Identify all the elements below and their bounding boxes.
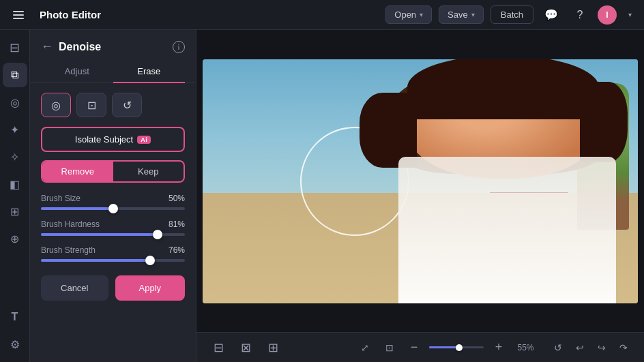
stack-button[interactable]: ⊟ <box>207 337 229 359</box>
export-icon: ⊕ <box>10 232 19 245</box>
sidebar-item-text[interactable]: T <box>3 305 27 329</box>
undo-redo-section: ↺ ↩ ↪ ↷ <box>548 338 633 357</box>
panel-title: Denoise <box>59 41 167 53</box>
panel-info-button[interactable]: i <box>173 41 185 53</box>
zoom-slider[interactable] <box>429 346 484 348</box>
user-chevron-icon: ▾ <box>628 11 632 18</box>
open-chevron-icon: ▾ <box>420 11 423 18</box>
brush-hardness-label: Brush Hardness <box>41 220 100 229</box>
zoom-value: 55% <box>514 343 538 352</box>
stack-icon: ⊟ <box>214 340 224 355</box>
eye-icon: ◎ <box>10 96 20 109</box>
sidebar-item-grid[interactable]: ⊞ <box>3 199 27 224</box>
redo-icon: ↪ <box>598 342 606 353</box>
batch-label: Batch <box>501 10 523 20</box>
circle-tool-icon: ◎ <box>51 99 61 112</box>
chat-icon: 💬 <box>544 8 558 21</box>
expand-button[interactable]: ⤢ <box>355 338 375 357</box>
redo2-icon: ↷ <box>619 342 628 353</box>
save-button[interactable]: Save ▾ <box>439 5 484 24</box>
menu-button[interactable] <box>8 4 33 26</box>
brush-strength-value: 76% <box>169 245 185 255</box>
refresh-icon: ↺ <box>554 342 562 353</box>
square-tool-icon: ⊡ <box>87 99 96 112</box>
ai-badge: Ai <box>137 136 151 144</box>
canvas-content <box>196 30 644 332</box>
settings-icon: ⚙ <box>10 338 20 351</box>
tool-icons-row: ◎ ⊡ ↺ <box>30 83 196 127</box>
zoom-out-button[interactable]: − <box>405 338 424 357</box>
tools-panel: ← Denoise i Adjust Erase ◎ ⊡ ↺ Isolate S… <box>30 30 196 362</box>
crop-button[interactable]: ⊠ <box>235 337 257 359</box>
text-icon: T <box>12 311 18 323</box>
brush-icon: ✦ <box>10 123 19 136</box>
layers-icon: ◧ <box>10 178 20 191</box>
brush-hardness-slider-row: Brush Hardness 81% <box>41 220 185 236</box>
brush-hardness-value: 81% <box>169 220 185 229</box>
brush-size-label: Brush Size <box>41 194 80 203</box>
remove-keep-toggle: Remove Keep <box>41 160 185 183</box>
resize-icon: ⊡ <box>385 342 394 353</box>
isolate-subject-button[interactable]: Isolate Subject Ai <box>41 127 185 152</box>
app-title: Photo Editor <box>40 9 101 20</box>
brush-size-value: 50% <box>169 194 185 203</box>
sidebar-item-layers[interactable]: ◧ <box>3 172 27 196</box>
chat-button[interactable]: 💬 <box>540 4 562 26</box>
magic-icon: ✧ <box>10 151 19 164</box>
sliders-icon: ⧉ <box>11 69 18 81</box>
redo2-button[interactable]: ↷ <box>614 338 633 357</box>
zoom-out-icon: − <box>411 340 418 355</box>
sidebar-item-settings[interactable]: ⚙ <box>3 332 27 357</box>
apply-button[interactable]: Apply <box>115 275 186 301</box>
brush-strength-label: Brush Strength <box>41 245 96 255</box>
remove-button[interactable]: Remove <box>42 162 113 181</box>
open-button[interactable]: Open ▾ <box>385 5 432 24</box>
avatar[interactable]: I <box>598 5 617 25</box>
bottom-bar: ⊟ ⊠ ⊞ ⤢ ⊡ − + 55 <box>196 332 644 362</box>
expand-icon: ⤢ <box>361 342 369 353</box>
back-arrow-icon: ← <box>41 40 53 54</box>
reset-tool-icon: ↺ <box>123 99 132 112</box>
sidebar-item-brush[interactable]: ✦ <box>3 117 27 142</box>
sidebar-item-home[interactable]: ⊟ <box>3 35 27 60</box>
isolate-label: Isolate Subject <box>75 134 133 145</box>
redo-button[interactable]: ↪ <box>592 338 611 357</box>
sidebar-item-magic[interactable]: ✧ <box>3 145 27 169</box>
main-area: ⊟ ⧉ ◎ ✦ ✧ ◧ ⊞ ⊕ T ⚙ <box>0 30 644 362</box>
crop-icon: ⊠ <box>241 340 251 355</box>
zoom-in-button[interactable]: + <box>489 338 508 357</box>
help-button[interactable]: ? <box>569 4 591 26</box>
panel-header: ← Denoise i <box>30 30 196 61</box>
panel-back-button[interactable]: ← <box>41 40 53 54</box>
info-icon: i <box>173 41 185 53</box>
topbar: Photo Editor Open ▾ Save ▾ Batch 💬 ? I ▾ <box>0 0 644 30</box>
grid-icon: ⊞ <box>10 205 19 218</box>
square-tool-button[interactable]: ⊡ <box>76 93 106 117</box>
circle-tool-button[interactable]: ◎ <box>41 93 71 117</box>
brush-size-slider-row: Brush Size 50% <box>41 194 185 210</box>
batch-button[interactable]: Batch <box>491 5 533 24</box>
grid-button[interactable]: ⊞ <box>262 337 284 359</box>
tab-erase[interactable]: Erase <box>113 61 186 83</box>
sliders-section: Brush Size 50% Brush Hardness 81% <box>30 194 196 262</box>
reset-tool-button[interactable]: ↺ <box>112 93 142 117</box>
cancel-button[interactable]: Cancel <box>41 275 108 301</box>
sidebar-item-adjustments[interactable]: ⧉ <box>3 63 27 87</box>
save-label: Save <box>448 10 468 20</box>
tab-adjust[interactable]: Adjust <box>41 61 113 83</box>
sidebar-item-view[interactable]: ◎ <box>3 90 27 115</box>
grid2-icon: ⊞ <box>268 340 278 355</box>
canvas-area: ⊟ ⊠ ⊞ ⤢ ⊡ − + 55 <box>196 30 644 362</box>
hamburger-icon <box>13 11 24 19</box>
brush-strength-slider-row: Brush Strength 76% <box>41 245 185 262</box>
photo-background <box>203 59 638 303</box>
user-menu-chevron[interactable]: ▾ <box>624 4 636 26</box>
refresh-button[interactable]: ↺ <box>548 338 568 357</box>
undo-button[interactable]: ↩ <box>570 338 589 357</box>
open-label: Open <box>394 10 416 20</box>
resize-button[interactable]: ⊡ <box>380 338 399 357</box>
photo-container <box>203 59 638 303</box>
sidebar-item-export[interactable]: ⊕ <box>3 226 27 251</box>
undo-icon: ↩ <box>576 342 584 353</box>
keep-button[interactable]: Keep <box>113 162 184 181</box>
